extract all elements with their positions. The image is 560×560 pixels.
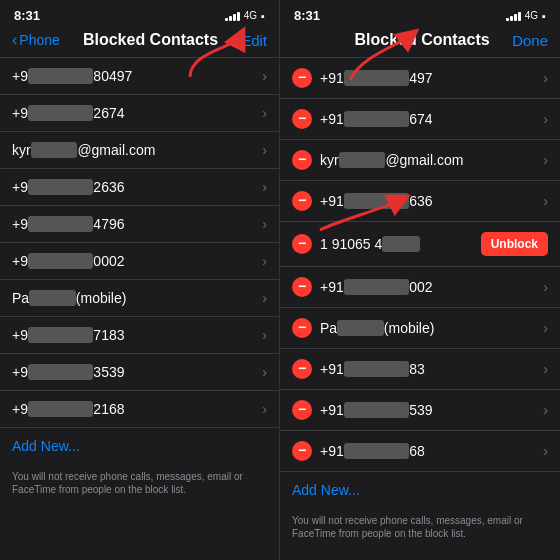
contact-row-1[interactable]: +9XXXXXXX80497 › — [0, 58, 279, 95]
nav-bar-1: ‹ Phone Blocked Contacts Edit — [0, 27, 279, 57]
edit-contact-name-3: kyrXXXXX@gmail.com — [320, 152, 539, 168]
remove-icon-1[interactable]: − — [292, 68, 312, 88]
chevron-right-icon-e1: › — [543, 70, 548, 86]
contact-name-9: +9XXXXXXX3539 — [12, 364, 258, 380]
footer-text-2: You will not receive phone calls, messag… — [280, 508, 560, 550]
contact-name-5: +9XXXXXXX4796 — [12, 216, 258, 232]
contact-name-3: kyrXXXXX@gmail.com — [12, 142, 258, 158]
chevron-right-icon-e8: › — [543, 361, 548, 377]
screen2: 8:31 4G ▪ Blocked Contacts Done — [280, 0, 560, 560]
chevron-right-icon: › — [262, 105, 267, 121]
remove-icon-6[interactable]: − — [292, 277, 312, 297]
time-2: 8:31 — [294, 8, 320, 23]
contacts-list-1: +9XXXXXXX80497 › +9XXXXXXX2674 › kyrXXXX… — [0, 58, 279, 561]
chevron-right-icon: › — [262, 253, 267, 269]
back-button-1[interactable]: ‹ Phone — [12, 31, 60, 49]
edit-contact-row-7[interactable]: − PaXXXXX(mobile) › — [280, 308, 560, 349]
status-bar-1: 8:31 4G ▪ — [0, 0, 279, 27]
edit-contact-row-9[interactable]: − +91XXXXXXX539 › — [280, 390, 560, 431]
contact-row-3[interactable]: kyrXXXXX@gmail.com › — [0, 132, 279, 169]
edit-contact-row-8[interactable]: − +91XXXXXXX83 › — [280, 349, 560, 390]
status-icons-1: 4G ▪ — [225, 10, 265, 22]
chevron-right-icon: › — [262, 364, 267, 380]
chevron-right-icon: › — [262, 68, 267, 84]
chevron-right-icon-e9: › — [543, 402, 548, 418]
time-1: 8:31 — [14, 8, 40, 23]
battery-icon-2: ▪ — [542, 10, 546, 22]
edit-contact-name-6: +91XXXXXXX002 — [320, 279, 539, 295]
contact-row-2[interactable]: +9XXXXXXX2674 › — [0, 95, 279, 132]
add-new-button-2[interactable]: Add New... — [280, 472, 560, 508]
contact-name-10: +9XXXXXXX2168 — [12, 401, 258, 417]
done-button[interactable]: Done — [512, 32, 548, 49]
remove-icon-9[interactable]: − — [292, 400, 312, 420]
edit-contact-name-8: +91XXXXXXX83 — [320, 361, 539, 377]
unblock-button[interactable]: Unblock — [481, 232, 548, 256]
contact-row-10[interactable]: +9XXXXXXX2168 › — [0, 391, 279, 428]
chevron-left-icon-1: ‹ — [12, 31, 17, 49]
contact-row-6[interactable]: +9XXXXXXX0002 › — [0, 243, 279, 280]
edit-contact-row-3[interactable]: − kyrXXXXX@gmail.com › — [280, 140, 560, 181]
edit-contact-row-10[interactable]: − +91XXXXXXX68 › — [280, 431, 560, 472]
edit-contact-name-7: PaXXXXX(mobile) — [320, 320, 539, 336]
chevron-right-icon: › — [262, 290, 267, 306]
add-new-button-1[interactable]: Add New... — [0, 428, 279, 464]
chevron-right-icon-e4: › — [543, 193, 548, 209]
contact-row-4[interactable]: +9XXXXXXX2636 › — [0, 169, 279, 206]
nav-bar-2: Blocked Contacts Done — [280, 27, 560, 57]
chevron-right-icon-e10: › — [543, 443, 548, 459]
footer-text-1: You will not receive phone calls, messag… — [0, 464, 279, 506]
remove-icon-3[interactable]: − — [292, 150, 312, 170]
edit-contact-row-1[interactable]: − +91XXXXXXX497 › — [280, 58, 560, 99]
battery-icon-1: ▪ — [261, 10, 265, 22]
chevron-right-icon-e2: › — [543, 111, 548, 127]
contact-row-9[interactable]: +9XXXXXXX3539 › — [0, 354, 279, 391]
edit-contact-name-2: +91XXXXXXX674 — [320, 111, 539, 127]
edit-contact-row-2[interactable]: − +91XXXXXXX674 › — [280, 99, 560, 140]
chevron-right-icon-e3: › — [543, 152, 548, 168]
chevron-right-icon: › — [262, 179, 267, 195]
remove-icon-5[interactable]: − — [292, 234, 312, 254]
edit-contact-row-6[interactable]: − +91XXXXXXX002 › — [280, 267, 560, 308]
contacts-list-2: − +91XXXXXXX497 › − +91XXXXXXX674 › − ky… — [280, 58, 560, 561]
contact-name-4: +9XXXXXXX2636 — [12, 179, 258, 195]
contact-row-8[interactable]: +9XXXXXXX7183 › — [0, 317, 279, 354]
chevron-right-icon-e6: › — [543, 279, 548, 295]
back-label-1: Phone — [19, 32, 59, 48]
contact-name-1: +9XXXXXXX80497 — [12, 68, 258, 84]
edit-contact-name-9: +91XXXXXXX539 — [320, 402, 539, 418]
edit-button-1[interactable]: Edit — [241, 32, 267, 49]
chevron-right-icon-e7: › — [543, 320, 548, 336]
contact-name-2: +9XXXXXXX2674 — [12, 105, 258, 121]
contact-row-5[interactable]: +9XXXXXXX4796 › — [0, 206, 279, 243]
remove-icon-10[interactable]: − — [292, 441, 312, 461]
contact-row-7[interactable]: PaXXXXX(mobile) › — [0, 280, 279, 317]
edit-contact-name-1: +91XXXXXXX497 — [320, 70, 539, 86]
network-label-2: 4G — [525, 10, 538, 21]
page-title-1: Blocked Contacts — [83, 31, 218, 49]
edit-contact-name-5: 1 91065 4XXXX — [320, 236, 481, 252]
edit-contact-row-5[interactable]: − 1 91065 4XXXX Unblock — [280, 222, 560, 267]
signal-icon-1 — [225, 11, 240, 21]
network-label-1: 4G — [244, 10, 257, 21]
remove-icon-2[interactable]: − — [292, 109, 312, 129]
remove-icon-4[interactable]: − — [292, 191, 312, 211]
status-bar-2: 8:31 4G ▪ — [280, 0, 560, 27]
remove-icon-8[interactable]: − — [292, 359, 312, 379]
page-title-2: Blocked Contacts — [355, 31, 490, 49]
contact-name-8: +9XXXXXXX7183 — [12, 327, 258, 343]
screen1: 8:31 4G ▪ ‹ Phone Blocked Contacts Edit — [0, 0, 280, 560]
edit-contact-name-4: +91XXXXXXX636 — [320, 193, 539, 209]
chevron-right-icon: › — [262, 327, 267, 343]
signal-icon-2 — [506, 11, 521, 21]
chevron-right-icon: › — [262, 401, 267, 417]
chevron-right-icon: › — [262, 216, 267, 232]
chevron-right-icon: › — [262, 142, 267, 158]
remove-icon-7[interactable]: − — [292, 318, 312, 338]
edit-contact-name-10: +91XXXXXXX68 — [320, 443, 539, 459]
contact-name-7: PaXXXXX(mobile) — [12, 290, 258, 306]
contact-name-6: +9XXXXXXX0002 — [12, 253, 258, 269]
status-icons-2: 4G ▪ — [506, 10, 546, 22]
edit-contact-row-4[interactable]: − +91XXXXXXX636 › — [280, 181, 560, 222]
